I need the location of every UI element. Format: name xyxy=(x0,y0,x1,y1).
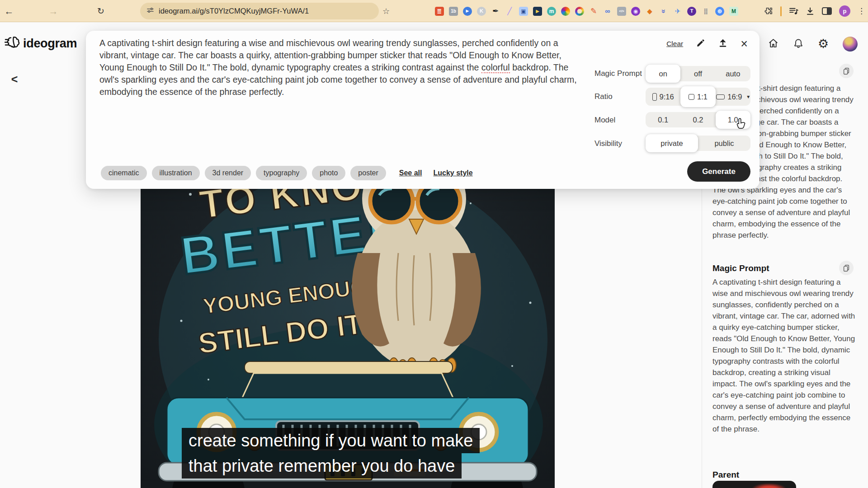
prompt-textarea[interactable]: A captivating t-shirt design featuring a… xyxy=(99,37,583,98)
ratio-label: Ratio xyxy=(594,92,613,101)
generate-button[interactable]: Generate xyxy=(687,161,750,182)
style-tag-poster[interactable]: poster xyxy=(350,166,386,180)
square-ratio-icon xyxy=(689,94,694,100)
chevrons-icon[interactable]: » xyxy=(659,7,668,16)
magic-prompt-option-on[interactable]: on xyxy=(646,65,680,83)
eyedropper-icon[interactable]: ✒ xyxy=(491,7,500,16)
app-page: ideogram < ⚙ xyxy=(0,22,868,488)
visibility-label: Visibility xyxy=(594,139,622,148)
extensions-bar: ≣1b▶K✒╱▣▶m✎∞</>◉◆»✈T⣿⊕M xyxy=(435,0,738,22)
parent-heading: Parent xyxy=(712,470,739,480)
visibility-option-public[interactable]: public xyxy=(698,136,750,151)
style-tag-photo[interactable]: photo xyxy=(312,166,345,180)
see-all-link[interactable]: See all xyxy=(399,169,422,177)
url-text: ideogram.ai/g/sT0YlzCMQKuyjMGFr-YuWA/1 xyxy=(159,7,309,15)
color-wheel-icon[interactable] xyxy=(561,7,570,16)
style-tag-illustration[interactable]: illustration xyxy=(152,166,200,180)
magic-prompt-toggle: on off auto xyxy=(646,66,750,81)
address-bar[interactable]: ideogram.ai/g/sT0YlzCMQKuyjMGFr-YuWA/1 xyxy=(140,3,379,19)
style-tags-row: cinematic illustration 3d render typogra… xyxy=(101,166,473,180)
video-play-icon[interactable]: ▶ xyxy=(463,7,472,16)
magic-prompt-option-auto[interactable]: auto xyxy=(716,66,750,81)
parent-thumbnail[interactable] xyxy=(712,481,796,488)
ratio-option-1-1[interactable]: 1:1 xyxy=(680,86,715,107)
eye-icon[interactable]: ◉ xyxy=(631,7,640,16)
model-option-0-2[interactable]: 0.2 xyxy=(680,112,715,127)
ideogram-logo[interactable]: ideogram xyxy=(5,36,77,52)
plane-icon[interactable]: ✈ xyxy=(673,7,682,16)
magic-prompt-label: Magic Prompt xyxy=(594,69,642,78)
browser-forward-button[interactable]: → xyxy=(45,0,61,22)
dots-grid-icon[interactable]: ⣿ xyxy=(701,7,710,16)
t-badge-icon[interactable]: T xyxy=(687,7,696,16)
back-button[interactable]: < xyxy=(6,71,23,87)
style-tag-typography[interactable]: typography xyxy=(256,166,307,180)
globe-icon[interactable]: ⊕ xyxy=(715,7,724,16)
model-toggle: 0.1 0.2 1.0 xyxy=(646,112,750,127)
screenshot-icon[interactable]: ▣ xyxy=(519,7,528,16)
edit-pencil-icon[interactable] xyxy=(696,38,705,49)
video-caption-line-2: that private remember you do have xyxy=(182,453,462,479)
ratio-toggle: 9:16 1:1 16:9▾ xyxy=(646,88,750,106)
ratio-option-9-16[interactable]: 9:16 xyxy=(646,88,680,106)
clear-button[interactable]: Clear xyxy=(666,40,683,48)
close-icon[interactable]: × xyxy=(741,38,748,50)
browser-back-button[interactable]: ← xyxy=(1,0,17,22)
copy-prompt-button[interactable] xyxy=(839,64,854,78)
browser-reload-button[interactable]: ↻ xyxy=(93,0,109,22)
playlist-icon[interactable] xyxy=(789,6,798,16)
link-icon[interactable]: ∞ xyxy=(603,7,612,16)
m-green-icon[interactable]: M xyxy=(729,7,738,16)
prompt-toolbar: Clear × xyxy=(666,38,748,50)
model-option-0-1[interactable]: 0.1 xyxy=(646,112,680,127)
highlighter-icon[interactable]: ╱ xyxy=(505,7,514,16)
chevron-down-icon: ▾ xyxy=(747,94,750,100)
visibility-toggle: private public xyxy=(646,136,750,151)
copy-magic-prompt-button[interactable] xyxy=(839,261,854,275)
visibility-option-private[interactable]: private xyxy=(646,134,698,152)
browser-right-cluster: p ⋮ xyxy=(764,0,865,22)
toolbar-separator xyxy=(780,6,782,16)
browser-toolbar: ← → ↻ ideogram.ai/g/sT0YlzCMQKuyjMGFr-Yu… xyxy=(0,0,868,22)
sidebar-divider xyxy=(702,189,702,488)
color-ring-icon[interactable] xyxy=(575,7,584,16)
prompt-editor-panel: A captivating t-shirt design featuring a… xyxy=(86,31,760,189)
prompt-spellcheck-word: colorful xyxy=(481,62,510,73)
play-capture-icon[interactable]: ▶ xyxy=(533,7,542,16)
video-caption-line-1: create something if you want to make xyxy=(182,428,480,453)
ratio-option-16-9[interactable]: 16:9▾ xyxy=(716,88,750,106)
style-tag-3d-render[interactable]: 3d render xyxy=(205,166,251,180)
logo-wordmark: ideogram xyxy=(23,37,77,51)
browser-menu-icon[interactable]: ⋮ xyxy=(858,6,865,16)
magic-prompt-option-off[interactable]: off xyxy=(680,66,715,81)
red-pen-icon[interactable]: ✎ xyxy=(589,7,598,16)
portrait-ratio-icon xyxy=(652,93,657,101)
landscape-ratio-icon xyxy=(716,94,725,99)
blocker-icon[interactable]: 1b xyxy=(449,7,458,16)
site-settings-icon[interactable] xyxy=(146,6,154,16)
side-panel-icon[interactable] xyxy=(822,7,832,15)
style-tag-cinematic[interactable]: cinematic xyxy=(101,166,147,180)
lucky-style-link[interactable]: Lucky style xyxy=(434,169,473,177)
magic-prompt-heading: Magic Prompt xyxy=(712,263,769,273)
mouse-hand-cursor xyxy=(736,117,747,132)
code-icon[interactable]: </> xyxy=(617,7,626,16)
ideogram-brain-icon xyxy=(5,36,20,52)
m-teal-icon[interactable]: m xyxy=(547,7,556,16)
parent-thumbnail-art xyxy=(752,483,786,488)
metamask-fox-icon[interactable]: ◆ xyxy=(645,7,654,16)
model-label: Model xyxy=(594,116,615,125)
bookmark-star-icon[interactable]: ☆ xyxy=(382,0,390,22)
sidebar-magic-prompt-text: A captivating t-shirt design featuring a… xyxy=(712,277,856,435)
k-icon[interactable]: K xyxy=(477,7,486,16)
upload-icon[interactable] xyxy=(718,38,727,49)
extensions-puzzle-icon[interactable] xyxy=(764,7,773,16)
browser-profile-avatar[interactable]: p xyxy=(839,5,850,17)
download-icon[interactable] xyxy=(806,7,815,16)
todoist-icon[interactable]: ≣ xyxy=(435,7,444,16)
